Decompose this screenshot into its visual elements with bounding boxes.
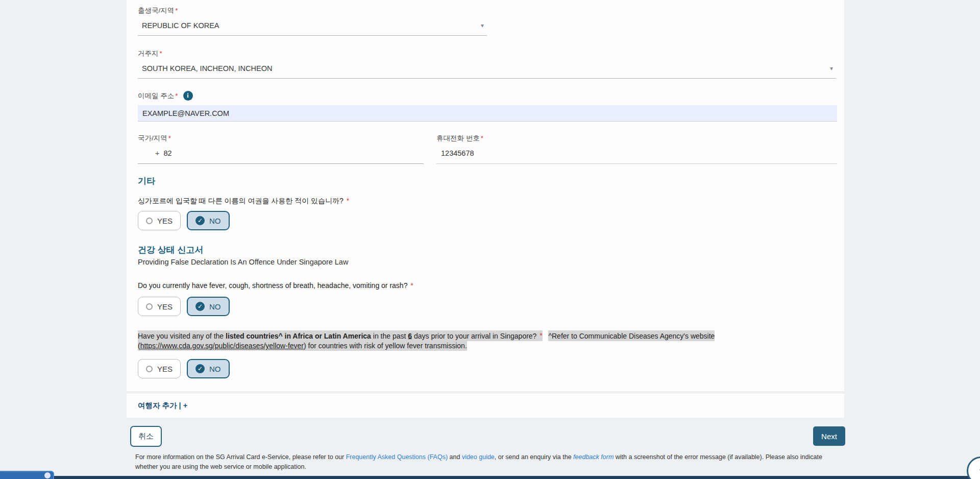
email-value: EXAMPLE@NAVER.COM [142, 109, 229, 117]
fever-yes-button[interactable]: YES [138, 297, 181, 316]
passport-yes-button[interactable]: YES [138, 211, 181, 230]
feedback-form-link[interactable]: feedback form [573, 453, 614, 461]
passport-no-button[interactable]: ✓ NO [187, 211, 230, 230]
yf-part3: in the past [371, 331, 408, 340]
add-traveller-button[interactable]: 여행자 추가 | + [138, 401, 187, 411]
passport-question: 싱가포르에 입국할 때 다른 이름의 여권을 사용한 적이 있습니까? * [138, 197, 349, 206]
birth-country-select[interactable]: REPUBLIC OF KOREA ▾ [138, 21, 487, 36]
required-asterisk: * [168, 134, 171, 142]
yf-part5: days prior to your arrival in Singapore? [412, 331, 538, 340]
email-input[interactable]: EXAMPLE@NAVER.COM [138, 105, 837, 122]
country-code-value: 82 [163, 149, 172, 157]
scroll-to-top-button[interactable]: ↑ [967, 457, 980, 479]
residence-field: 거주지* SOUTH KOREA, INCHEON, INCHEON ▾ [138, 49, 836, 79]
yf-part2: listed countries^ in Africa or Latin Ame… [226, 331, 371, 340]
required-asterisk: * [347, 197, 349, 205]
passport-toggle-group: YES ✓ NO [138, 211, 230, 230]
email-label: 이메일 주소* [138, 91, 178, 101]
birth-country-label-text: 출생국/지역 [138, 7, 174, 14]
required-asterisk: * [481, 134, 483, 142]
fever-question-text: Do you currently have fever, cough, shor… [138, 281, 407, 290]
fever-no-button[interactable]: ✓ NO [187, 297, 230, 316]
bottom-navy-bar [0, 476, 980, 479]
yellow-fever-question: Have you visited any of the listed count… [138, 331, 780, 351]
country-code-label-text: 국가/지역 [138, 134, 167, 142]
up-arrow-icon: ↑ [978, 464, 980, 478]
cancel-button[interactable]: 취소 [130, 426, 162, 447]
country-code-label: 국가/지역* [138, 134, 424, 143]
yellow-fever-no-button[interactable]: ✓ NO [187, 359, 230, 378]
required-asterisk: * [175, 92, 178, 100]
residence-value: SOUTH KOREA, INCHEON, INCHEON [138, 64, 272, 73]
mobile-number-value: 12345678 [441, 149, 474, 157]
bottom-left-widget[interactable] [0, 471, 54, 479]
required-asterisk: * [175, 7, 178, 14]
yes-label: YES [157, 302, 173, 311]
others-section-heading: 기타 [138, 175, 155, 187]
phone-row: 국가/지역* +82 휴대전화 번호* 12345678 [138, 134, 837, 164]
yf-part1: Have you visited any of the [138, 331, 226, 340]
email-field-group: 이메일 주소* i EXAMPLE@NAVER.COM [138, 91, 837, 122]
birth-country-value: REPUBLIC OF KOREA [138, 21, 219, 30]
residence-label-text: 거주지 [138, 50, 159, 57]
radio-unselected-icon [146, 303, 153, 310]
info-icon[interactable]: i [183, 91, 193, 101]
passport-question-text: 싱가포르에 입국할 때 다른 이름의 여권을 사용한 적이 있습니까? [138, 197, 344, 205]
required-asterisk: * [160, 50, 162, 57]
fever-question: Do you currently have fever, cough, shor… [138, 281, 413, 290]
next-button[interactable]: Next [813, 426, 845, 446]
birth-country-field: 출생국/지역* REPUBLIC OF KOREA ▾ [138, 6, 487, 36]
residence-label: 거주지* [138, 49, 836, 58]
mobile-number-field: 휴대전화 번호* 12345678 [436, 134, 837, 164]
required-asterisk: * [410, 281, 413, 290]
yellow-fever-toggle-group: YES ✓ NO [138, 359, 230, 378]
yes-label: YES [157, 217, 173, 225]
mobile-number-input[interactable]: 12345678 [436, 149, 837, 164]
email-label-row: 이메일 주소* i [138, 91, 837, 101]
footer-text-2: and [448, 453, 462, 461]
radio-unselected-icon [146, 366, 153, 372]
widget-face-icon [44, 472, 51, 478]
country-code-field: 국가/지역* +82 [138, 134, 424, 164]
yellow-fever-question-text: Have you visited any of the listed count… [138, 330, 543, 341]
yf-part4: 6 [408, 331, 412, 340]
chevron-down-icon: ▾ [830, 65, 836, 72]
check-icon: ✓ [195, 216, 205, 225]
yes-label: YES [157, 365, 173, 373]
health-section-subheading: Providing False Declaration Is An Offenc… [138, 258, 348, 266]
mobile-number-label-text: 휴대전화 번호 [436, 134, 480, 142]
yf-spacer [545, 331, 547, 340]
radio-unselected-icon [146, 218, 153, 224]
email-label-text: 이메일 주소 [138, 92, 174, 100]
cda-website-link[interactable]: https://www.cda.gov.sg/public/diseases/y… [140, 342, 304, 350]
chevron-down-icon: ▾ [481, 22, 487, 29]
mobile-number-label: 휴대전화 번호* [436, 134, 837, 143]
health-section-heading: 건강 상태 신고서 [138, 244, 203, 256]
footer-text-1: For more information on the SG Arrival C… [135, 453, 346, 461]
footer-text-3: , or send an enquiry via the [495, 453, 573, 461]
residence-select[interactable]: SOUTH KOREA, INCHEON, INCHEON ▾ [138, 64, 836, 79]
yellow-fever-yes-button[interactable]: YES [138, 359, 181, 378]
faq-link[interactable]: Frequently Asked Questions (FAQs) [346, 453, 448, 461]
plus-prefix: + [155, 149, 159, 157]
no-label: NO [209, 365, 221, 373]
check-icon: ✓ [195, 302, 205, 311]
no-label: NO [209, 217, 221, 225]
fever-toggle-group: YES ✓ NO [138, 297, 230, 316]
no-label: NO [209, 302, 221, 311]
arrival-card-form: 출생국/지역* REPUBLIC OF KOREA ▾ 거주지* SOUTH K… [127, 0, 844, 391]
check-icon: ✓ [195, 364, 205, 373]
required-asterisk: * [540, 331, 542, 340]
video-guide-link[interactable]: video guide [462, 453, 495, 461]
footer-note: For more information on the SG Arrival C… [135, 452, 846, 472]
add-traveller-card: 여행자 추가 | + [127, 394, 844, 418]
country-code-input[interactable]: +82 [138, 149, 424, 164]
yf-note2: ) for countries with risk of yellow feve… [304, 342, 467, 350]
birth-country-label: 출생국/지역* [138, 6, 487, 15]
